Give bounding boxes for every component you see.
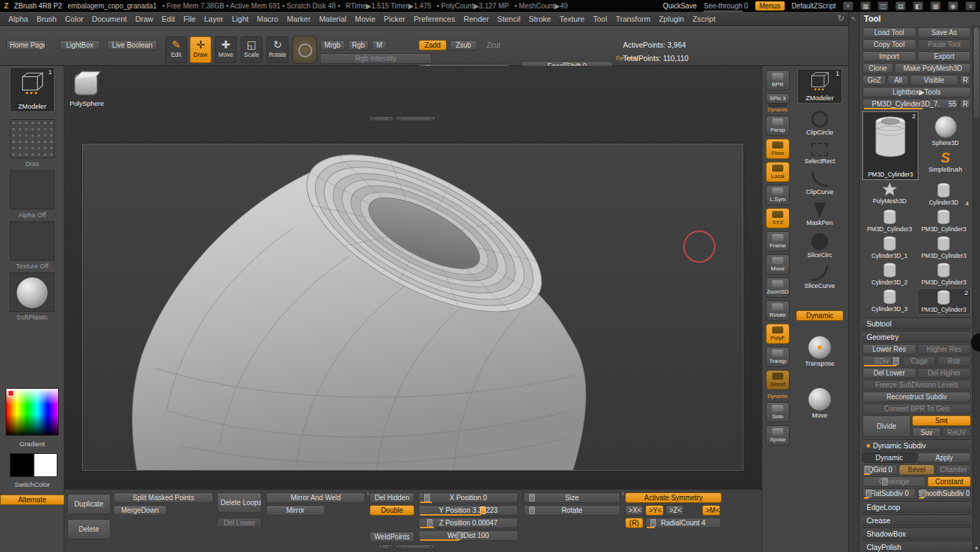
shelf-tool-zmodeler[interactable]: 1 ZModeler — [797, 69, 842, 104]
higher-res-button[interactable]: Higher Res — [918, 344, 972, 354]
zcut-button[interactable]: Zcut — [481, 40, 506, 50]
current-brush-zmodeler[interactable]: 1 ZModeler — [10, 67, 55, 112]
x-position-slider[interactable]: X Position 0 — [419, 492, 518, 503]
qgrid-slider[interactable]: QGrid 0 — [862, 464, 897, 475]
double-button[interactable]: Double — [370, 505, 414, 516]
tool-thumb[interactable]: Cylinder3D_3 — [862, 288, 917, 315]
menu-item[interactable]: Render — [459, 13, 493, 25]
shelf-tool-selectrect[interactable]: SelectRect — [793, 143, 846, 165]
divide-button[interactable]: Divide — [862, 415, 911, 437]
refresh-icon[interactable]: ↻ — [837, 13, 844, 23]
menu-item[interactable]: Light — [227, 13, 253, 25]
rgb-button[interactable]: Rgb — [348, 40, 369, 50]
document-area[interactable] — [82, 144, 743, 471]
gradient-label[interactable]: Gradient — [0, 440, 64, 448]
menu-item[interactable]: Draw — [131, 13, 158, 25]
y-position-slider[interactable]: Y Position 3.32223 — [419, 505, 518, 516]
tool-thumb-selected[interactable]: 2 PM3D_Cylinder3 — [862, 111, 918, 180]
tool-section-header[interactable]: EdgeLoop — [862, 501, 971, 513]
tool-thumb[interactable]: Cylinder3D 4 — [917, 181, 972, 208]
shelf-button[interactable]: Floor — [766, 139, 790, 159]
shelf-button[interactable]: L.Sym — [766, 185, 790, 205]
dynamic-mode-button[interactable]: Dynamic — [796, 310, 844, 321]
cage-button[interactable]: Cage — [902, 356, 936, 366]
scrollbar-thumb[interactable] — [974, 27, 979, 118]
shelf-button[interactable]: Xpose — [766, 425, 790, 446]
rotate-slider[interactable]: Rotate — [524, 505, 620, 516]
make-polymesh3d-button[interactable]: Make PolyMesh3D — [895, 63, 971, 74]
goz-button[interactable]: GoZ — [862, 75, 886, 85]
slider-handle[interactable] — [529, 494, 535, 502]
menu-item[interactable]: Picker — [379, 13, 410, 25]
shelf-tool-maskpen[interactable]: MaskPen — [793, 202, 846, 226]
del-higher-button[interactable]: Del Higher — [918, 368, 972, 378]
tool-section-header[interactable]: ShadowBox — [862, 527, 971, 539]
quicksave-button[interactable]: QuickSave — [663, 2, 696, 10]
window-split-icon[interactable]: ◫ — [878, 1, 888, 11]
geometry-section-header[interactable]: Geometry — [862, 331, 971, 343]
grid-icon[interactable]: ▦ — [860, 1, 871, 11]
shelf-button[interactable]: Dynamic — [766, 106, 790, 113]
shelf-scrollbar[interactable]: ◂▸ — [396, 544, 435, 549]
tool-thumb[interactable]: PM3D_Cylinder3 — [917, 235, 972, 261]
canvas-scrollbar-horizontal[interactable]: ◂▸ — [370, 116, 393, 121]
texture-thumbnail[interactable] — [10, 221, 55, 261]
menu-item[interactable]: Brush — [32, 13, 61, 25]
radial-symmetry-button[interactable]: (R) — [625, 518, 643, 528]
mirror-button[interactable]: Mirror — [266, 505, 325, 516]
shelf-button[interactable]: Ghost — [766, 370, 790, 390]
target-icon[interactable]: ◉ — [948, 1, 958, 11]
shelf-button[interactable]: PolyF — [766, 324, 790, 344]
tool-thumb[interactable]: Cylinder3D_2 — [862, 261, 917, 288]
menus-button[interactable]: Menus — [755, 1, 785, 11]
sdiv-slider[interactable]: SDiv — [862, 356, 901, 366]
shelf-scrollbar[interactable]: ◂▸ — [378, 544, 393, 549]
switchcolor-button[interactable]: SwitchColor — [0, 481, 64, 488]
menu-item[interactable]: Document — [88, 13, 131, 25]
smt-button[interactable]: Smt — [912, 415, 971, 426]
menu-item[interactable]: Zplugin — [654, 13, 688, 25]
shelf-button[interactable]: Rotate — [766, 301, 790, 321]
z-position-slider[interactable]: Z Position 0.00047 — [419, 518, 518, 528]
canvas-scrollbar-horizontal[interactable]: ◂▸ — [396, 116, 435, 121]
rotate-button[interactable]: ↻ Rotate — [267, 36, 288, 63]
reconstruct-subdiv-button[interactable]: Reconstruct Subdiv — [862, 392, 971, 402]
shelf-button[interactable]: XYZ — [766, 208, 790, 228]
material-thumbnail[interactable] — [10, 272, 55, 312]
draw-button[interactable]: ✛ Draw — [190, 36, 211, 63]
slider-handle[interactable] — [529, 506, 535, 514]
tool-section-header[interactable]: ClayPolish — [862, 541, 971, 552]
symmetry-m-button[interactable]: >M< — [702, 505, 720, 516]
rstr-button[interactable]: Rstr — [937, 356, 971, 366]
shelf-tool-slicecirc[interactable]: SliceCirc — [793, 233, 846, 258]
tool-thumb-sphere3d[interactable]: Sphere3D — [920, 111, 971, 146]
menu-item[interactable]: Material — [315, 13, 351, 25]
default-zscript-button[interactable]: DefaultZScript — [792, 2, 836, 10]
slider-handle[interactable] — [864, 466, 870, 474]
viewport[interactable]: PolySphere ◂▸ ◂▸ — [64, 66, 762, 489]
tool-panel-scrollbar[interactable]: ▾ — [972, 26, 980, 552]
goz-r-button[interactable]: R — [960, 75, 971, 85]
lower-res-button[interactable]: Lower Res — [862, 344, 916, 354]
coverage-slider[interactable]: Coverage — [862, 476, 926, 487]
shelf-button[interactable]: Persp — [766, 116, 790, 136]
shelf-tool-clipcurve[interactable]: ClipCurve — [793, 172, 846, 195]
tool-thumb[interactable]: PM3D_Cylinder3 2 — [917, 288, 972, 315]
suv-button[interactable]: Suv — [912, 427, 941, 437]
slider-handle[interactable] — [866, 490, 872, 497]
move-tool[interactable]: Move — [793, 388, 846, 419]
shelf-button[interactable]: Transp — [766, 347, 790, 367]
shelf-button[interactable]: Dynamic — [766, 393, 790, 399]
menu-item[interactable]: Tool — [589, 13, 611, 25]
slider-handle[interactable] — [424, 494, 430, 502]
radial-count-slider[interactable]: RadialCount 4 — [645, 518, 721, 528]
clone-button[interactable]: Clone — [862, 63, 893, 74]
dynamic-subdiv-section-header[interactable]: Dynamic Subdiv — [862, 439, 971, 451]
slider-handle[interactable] — [480, 506, 486, 514]
alpha-thumbnail[interactable] — [10, 170, 55, 209]
shelf-button[interactable]: ZoomSD — [766, 277, 790, 298]
menu-item[interactable]: Macro — [253, 13, 283, 25]
chamfer-button[interactable]: Chamfer — [936, 464, 971, 475]
main-color-swatch[interactable] — [10, 453, 34, 477]
lightbox-button[interactable]: LightBox — [59, 40, 100, 50]
